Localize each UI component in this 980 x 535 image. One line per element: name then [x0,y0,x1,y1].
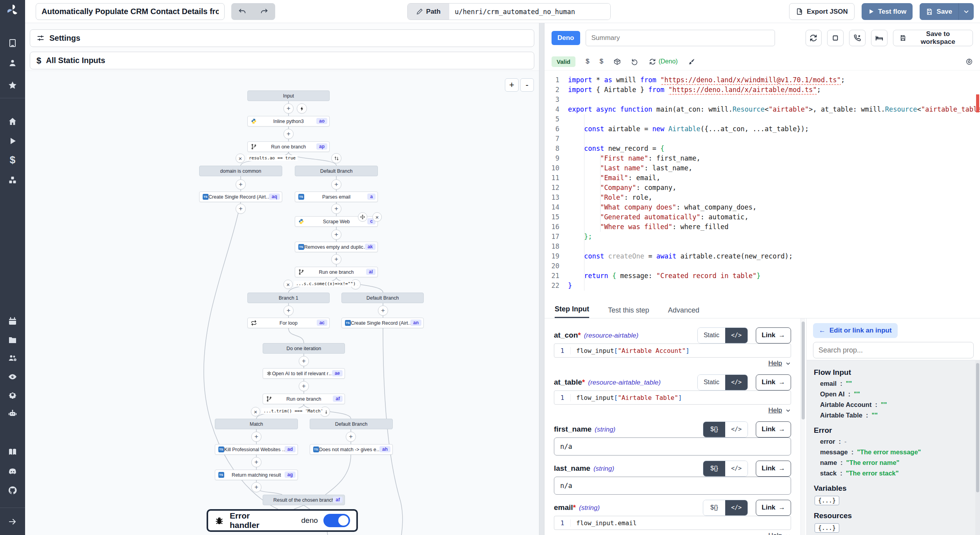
node-run-one-branch-al[interactable]: Run one branchal [295,267,378,277]
node-input[interactable]: Input [247,90,330,101]
undo-icon[interactable] [231,3,253,20]
node-inline-python3[interactable]: Inline python3ao [247,116,330,127]
prop-item-airtable-account[interactable]: Airtable Account:"" [814,399,970,410]
loop-header-do-one-iteration[interactable]: Do one iteration [263,343,345,354]
regenerate-deno-button[interactable]: (Deno) [649,58,678,65]
redo-icon[interactable] [253,3,275,20]
link-input-button[interactable]: Link→ [756,461,791,477]
sidebar-item-audit-logs-icon[interactable] [7,371,18,382]
input-mode-toggle[interactable]: ${}</> [703,500,748,516]
branch-header-default-branch-1[interactable]: Default Branch [295,166,378,176]
restart-icon[interactable] [806,30,822,46]
variable-picker-icon[interactable]: $ [586,58,589,65]
branch-header-default-branch-3[interactable]: Default Branch [310,419,393,429]
sidebar-item-groups-icon[interactable] [7,352,18,363]
swap-branches-icon[interactable] [331,153,341,163]
error-handler-toggle[interactable] [323,514,350,527]
export-json-button[interactable]: Export JSON [789,3,855,20]
sidebar-item-favorites-icon[interactable] [7,80,18,91]
sidebar-item-resources-icon[interactable] [7,175,18,186]
node-does-not-match[interactable]: TSDoes not match -> gives empty valueah [310,444,393,455]
sidebar-item-schedules-icon[interactable] [7,316,18,327]
sidebar-expand-icon[interactable] [7,516,18,527]
error-handler-node[interactable]: Error handler deno [207,509,358,532]
resource-picker-icon[interactable]: $ [600,58,603,65]
node-removes-empty-and-duplicates[interactable]: TSRemoves empty and duplicatesak [295,242,378,252]
panel-resize-handle[interactable] [539,23,544,535]
insert-step-icon[interactable]: + [251,432,261,442]
expression-editor-at_con[interactable]: 1flow_input["Airtable Account"] [554,343,791,358]
mode-static-option[interactable]: Static [698,375,725,390]
remove-branch-icon[interactable]: × [251,407,260,416]
input-mode-toggle[interactable]: Static</> [697,374,748,390]
input-mode-toggle[interactable]: Static</> [697,327,748,343]
save-dropdown-button[interactable] [959,3,974,20]
branch-header-domain-is-common[interactable]: domain is common [199,166,282,176]
save-to-workspace-button[interactable]: Save to workspace [893,30,973,46]
format-brush-icon[interactable] [688,58,695,65]
search-prop-input[interactable] [813,342,974,358]
sidebar-item-user-icon[interactable] [7,58,18,69]
node-kill-professional-websites[interactable]: TSKill Professional Websites mentionsad [215,444,298,455]
sidebar-item-folders-icon[interactable] [7,334,18,345]
insert-step-icon[interactable]: + [331,254,341,264]
mode-javascript-option[interactable]: </> [725,375,748,390]
insert-step-icon[interactable]: + [283,103,294,114]
zoom-out-button[interactable]: - [520,78,534,92]
zoom-in-button[interactable]: + [505,78,519,92]
node-run-one-branch-ap[interactable]: Run one branchap [247,141,330,152]
sleep-icon[interactable] [871,30,887,46]
stop-icon[interactable] [827,30,844,46]
suspend-icon[interactable] [849,30,866,46]
tab-test-this-step[interactable]: Test this step [608,303,649,318]
edit-or-link-input-button[interactable]: ← Edit or link an input [813,323,898,338]
mode-javascript-option[interactable]: </> [725,461,748,476]
language-badge[interactable]: Deno [552,31,580,45]
variables-object-chip[interactable]: {...} [815,496,839,505]
insert-step-icon[interactable]: + [331,179,341,190]
trigger-bolt-icon[interactable] [297,103,307,114]
flow-graph-canvas[interactable]: InputInline python3aoRun one branchapdom… [25,70,539,535]
tab-advanced[interactable]: Advanced [668,303,699,318]
branch-header-match[interactable]: Match [215,419,298,429]
link-input-button[interactable]: Link→ [756,327,791,343]
insert-step-icon[interactable]: + [236,204,246,214]
reset-icon[interactable] [631,58,639,65]
link-input-button[interactable]: Link→ [756,421,791,437]
save-button[interactable]: Save [920,3,958,20]
insert-step-icon[interactable]: + [378,305,388,316]
branch-header-branch-1[interactable]: Branch 1 [247,293,330,303]
remove-branch-icon[interactable]: × [236,154,245,163]
link-input-button[interactable]: Link→ [756,374,791,390]
help-toggle[interactable]: Help [554,405,791,416]
delete-node-icon[interactable]: × [372,212,382,222]
sidebar-item-github-icon[interactable] [7,485,18,496]
prop-item-stack[interactable]: stack:"The error stack" [814,468,970,479]
sidebar-item-docs-icon[interactable] [7,446,18,457]
input-mode-toggle[interactable]: ${}</> [703,421,748,437]
mode-javascript-option[interactable]: </> [725,328,748,343]
all-static-inputs-row[interactable]: $ All Static Inputs [30,52,534,69]
sidebar-item-variables-icon[interactable]: $ [7,154,18,165]
node-parses-email[interactable]: TSParses emaila [295,192,378,202]
goto-definition-icon[interactable] [965,58,973,65]
mode-static-option[interactable]: ${} [703,422,725,437]
step-input-scrollbar[interactable] [800,318,805,535]
summary-input[interactable] [586,30,775,46]
sidebar-item-workspace-icon[interactable] [7,38,18,49]
sidebar-item-runs-icon[interactable] [7,136,18,146]
node-openai-relevant-result[interactable]: Open AI to tell if relevant resultae [263,368,345,379]
mode-static-option[interactable]: ${} [703,500,725,515]
insert-step-icon[interactable]: + [236,179,246,190]
node-create-single-record-aq[interactable]: TSCreate Single Record (Airtable)aq [199,192,282,202]
help-toggle[interactable]: Help [554,530,791,535]
prop-item-name[interactable]: name:"The error name" [814,457,970,468]
tab-step-input[interactable]: Step Input [555,303,589,318]
windmill-logo-icon[interactable] [5,3,20,17]
mode-static-option[interactable]: ${} [703,461,725,476]
node-for-loop[interactable]: For loopac [247,318,330,328]
insert-step-icon[interactable]: + [346,432,356,442]
picker-scrollbar[interactable] [975,360,980,535]
prop-item-error[interactable]: error:- [814,436,970,447]
branch-header-default-branch-2[interactable]: Default Branch [341,293,424,303]
